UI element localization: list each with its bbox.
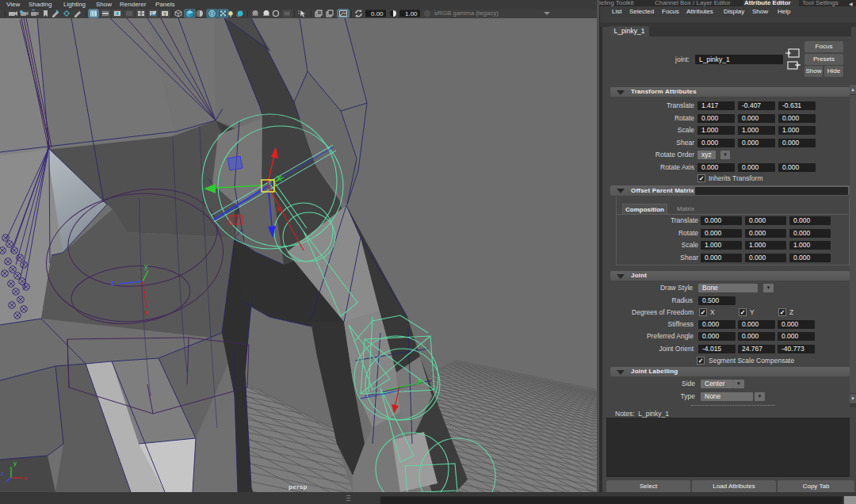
svg-text:persp: persp [289, 483, 308, 491]
svg-text:z: z [111, 279, 115, 287]
svg-text:0.00: 0.00 [371, 10, 384, 17]
svg-text:T: T [163, 12, 166, 17]
svg-text:1.00: 1.00 [405, 10, 418, 17]
svg-text:y: y [13, 460, 17, 467]
svg-text:z: z [1, 470, 4, 477]
svg-text:x: x [144, 308, 148, 316]
svg-text:x: x [24, 475, 27, 482]
svg-text:y: y [144, 262, 148, 270]
svg-text:sRGB gamma (legacy): sRGB gamma (legacy) [434, 10, 499, 17]
